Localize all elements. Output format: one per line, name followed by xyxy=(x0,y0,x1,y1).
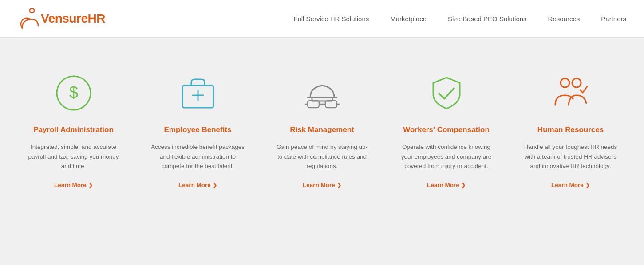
risk-desc: Gain peace of mind by staying up-to-date… xyxy=(273,142,371,171)
risk-icon xyxy=(302,73,342,113)
workers-comp-title: Workers' Compensation xyxy=(403,125,490,134)
card-risk: Risk Management Gain peace of mind by st… xyxy=(260,64,384,202)
hr-desc: Handle all your toughest HR needs with a… xyxy=(522,142,620,171)
benefits-learn-more[interactable]: Learn More ❯ xyxy=(178,182,217,188)
risk-title: Risk Management xyxy=(290,125,354,134)
payroll-icon: $ xyxy=(54,73,94,113)
learn-more-chevron: ❯ xyxy=(337,182,341,188)
card-hr: Human Resources Handle all your toughest… xyxy=(509,64,633,202)
payroll-desc: Integrated, simple, and accurate payroll… xyxy=(25,142,122,171)
learn-more-chevron: ❯ xyxy=(88,182,93,188)
learn-more-chevron: ❯ xyxy=(213,182,217,188)
learn-more-chevron: ❯ xyxy=(585,182,590,188)
payroll-learn-more[interactable]: Learn More ❯ xyxy=(54,182,93,188)
logo-text: VensureHR xyxy=(41,12,105,26)
cards-container: $ Payroll Administration Integrated, sim… xyxy=(12,64,633,202)
card-benefits: Employee Benefits Access incredible bene… xyxy=(136,64,260,202)
hr-icon xyxy=(551,73,591,113)
learn-more-chevron: ❯ xyxy=(461,182,466,188)
hr-title: Human Resources xyxy=(537,125,604,134)
svg-point-0 xyxy=(30,8,34,13)
header: VensureHR Full Service HR Solutions Mark… xyxy=(0,0,644,38)
svg-point-14 xyxy=(572,78,581,87)
card-workers-comp: Workers' Compensation Operate with confi… xyxy=(384,64,509,202)
workers-comp-icon xyxy=(427,73,466,113)
logo[interactable]: VensureHR xyxy=(18,7,105,30)
svg-text:$: $ xyxy=(69,83,78,101)
nav-partners[interactable]: Partners xyxy=(601,15,626,23)
nav-peo-solutions[interactable]: Size Based PEO Solutions xyxy=(448,15,527,23)
logo-icon xyxy=(18,7,39,30)
nav-resources[interactable]: Resources xyxy=(548,15,580,23)
main-nav: Full Service HR Solutions Marketplace Si… xyxy=(293,15,626,23)
workers-comp-desc: Operate with confidence knowing your emp… xyxy=(398,142,495,171)
benefits-icon xyxy=(178,73,218,113)
card-payroll: $ Payroll Administration Integrated, sim… xyxy=(12,64,136,202)
hr-learn-more[interactable]: Learn More ❯ xyxy=(551,182,590,188)
benefits-desc: Access incredible benefit packages and f… xyxy=(149,142,247,171)
main-content: $ Payroll Administration Integrated, sim… xyxy=(0,38,644,265)
risk-learn-more[interactable]: Learn More ❯ xyxy=(303,182,341,188)
nav-full-service[interactable]: Full Service HR Solutions xyxy=(293,15,369,23)
nav-marketplace[interactable]: Marketplace xyxy=(390,15,427,23)
benefits-title: Employee Benefits xyxy=(164,125,231,134)
workers-comp-learn-more[interactable]: Learn More ❯ xyxy=(427,182,466,188)
payroll-title: Payroll Administration xyxy=(33,125,114,134)
svg-point-13 xyxy=(561,78,569,87)
